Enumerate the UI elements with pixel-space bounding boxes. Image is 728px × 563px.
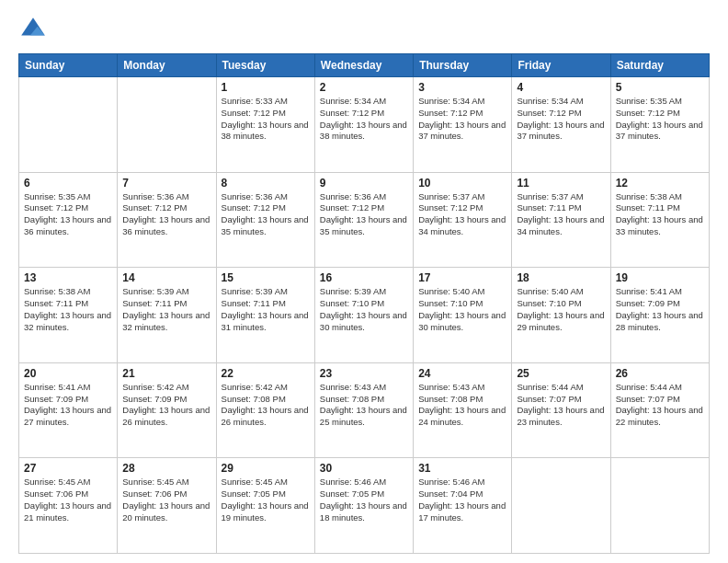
day-cell: 19Sunrise: 5:41 AM Sunset: 7:09 PM Dayli… (610, 268, 709, 363)
day-cell: 24Sunrise: 5:43 AM Sunset: 7:08 PM Dayli… (414, 362, 512, 458)
day-info: Sunrise: 5:34 AM Sunset: 7:12 PM Dayligh… (418, 96, 506, 143)
day-number: 15 (222, 271, 310, 284)
day-cell (610, 458, 709, 554)
day-number: 8 (222, 177, 310, 190)
weekday-header-thursday: Thursday (414, 54, 512, 77)
day-cell (512, 458, 610, 554)
day-number: 11 (517, 177, 605, 190)
day-cell: 22Sunrise: 5:42 AM Sunset: 7:08 PM Dayli… (216, 362, 314, 458)
day-cell: 8Sunrise: 5:36 AM Sunset: 7:12 PM Daylig… (216, 172, 314, 268)
day-cell: 13Sunrise: 5:38 AM Sunset: 7:11 PM Dayli… (19, 268, 118, 363)
day-info: Sunrise: 5:39 AM Sunset: 7:11 PM Dayligh… (122, 286, 210, 333)
day-info: Sunrise: 5:43 AM Sunset: 7:08 PM Dayligh… (320, 382, 408, 429)
day-number: 24 (418, 367, 506, 380)
day-info: Sunrise: 5:45 AM Sunset: 7:06 PM Dayligh… (122, 477, 210, 523)
day-info: Sunrise: 5:40 AM Sunset: 7:10 PM Dayligh… (418, 286, 506, 333)
header (18, 15, 710, 44)
page: SundayMondayTuesdayWednesdayThursdayFrid… (0, 0, 728, 563)
day-number: 28 (122, 462, 210, 475)
day-info: Sunrise: 5:44 AM Sunset: 7:07 PM Dayligh… (517, 382, 605, 429)
day-info: Sunrise: 5:41 AM Sunset: 7:09 PM Dayligh… (616, 286, 704, 333)
day-info: Sunrise: 5:35 AM Sunset: 7:12 PM Dayligh… (24, 191, 112, 238)
day-info: Sunrise: 5:38 AM Sunset: 7:11 PM Dayligh… (24, 286, 112, 333)
day-number: 14 (122, 271, 210, 284)
day-number: 23 (320, 367, 408, 380)
calendar-header: SundayMondayTuesdayWednesdayThursdayFrid… (19, 54, 710, 77)
day-info: Sunrise: 5:44 AM Sunset: 7:07 PM Dayligh… (616, 382, 704, 429)
calendar-body: 1Sunrise: 5:33 AM Sunset: 7:12 PM Daylig… (19, 77, 710, 554)
day-number: 19 (616, 271, 704, 284)
day-cell: 18Sunrise: 5:40 AM Sunset: 7:10 PM Dayli… (512, 268, 610, 363)
day-cell: 10Sunrise: 5:37 AM Sunset: 7:12 PM Dayli… (414, 172, 512, 268)
day-cell: 27Sunrise: 5:45 AM Sunset: 7:06 PM Dayli… (19, 458, 118, 554)
day-number: 25 (517, 367, 605, 380)
week-row-3: 20Sunrise: 5:41 AM Sunset: 7:09 PM Dayli… (19, 362, 710, 458)
calendar: SundayMondayTuesdayWednesdayThursdayFrid… (18, 53, 710, 554)
day-info: Sunrise: 5:36 AM Sunset: 7:12 PM Dayligh… (122, 191, 210, 238)
day-info: Sunrise: 5:39 AM Sunset: 7:10 PM Dayligh… (320, 286, 408, 333)
day-cell: 7Sunrise: 5:36 AM Sunset: 7:12 PM Daylig… (118, 172, 216, 268)
day-cell: 5Sunrise: 5:35 AM Sunset: 7:12 PM Daylig… (610, 77, 709, 173)
day-info: Sunrise: 5:34 AM Sunset: 7:12 PM Dayligh… (320, 96, 408, 143)
day-number: 18 (517, 271, 605, 284)
week-row-4: 27Sunrise: 5:45 AM Sunset: 7:06 PM Dayli… (19, 458, 710, 554)
day-info: Sunrise: 5:42 AM Sunset: 7:09 PM Dayligh… (122, 382, 210, 429)
day-cell: 28Sunrise: 5:45 AM Sunset: 7:06 PM Dayli… (118, 458, 216, 554)
day-number: 6 (24, 177, 112, 190)
day-number: 12 (616, 177, 704, 190)
day-cell (19, 77, 118, 173)
weekday-header-wednesday: Wednesday (314, 54, 413, 77)
day-number: 2 (320, 81, 408, 94)
day-number: 1 (222, 81, 310, 94)
day-info: Sunrise: 5:37 AM Sunset: 7:12 PM Dayligh… (418, 191, 506, 238)
day-cell: 3Sunrise: 5:34 AM Sunset: 7:12 PM Daylig… (414, 77, 512, 173)
day-number: 10 (418, 177, 506, 190)
day-info: Sunrise: 5:41 AM Sunset: 7:09 PM Dayligh… (24, 382, 112, 429)
day-number: 26 (616, 367, 704, 380)
day-cell: 16Sunrise: 5:39 AM Sunset: 7:10 PM Dayli… (314, 268, 413, 363)
day-cell: 23Sunrise: 5:43 AM Sunset: 7:08 PM Dayli… (314, 362, 413, 458)
day-info: Sunrise: 5:33 AM Sunset: 7:12 PM Dayligh… (222, 96, 310, 143)
day-number: 22 (222, 367, 310, 380)
day-info: Sunrise: 5:46 AM Sunset: 7:04 PM Dayligh… (418, 477, 506, 523)
day-cell: 12Sunrise: 5:38 AM Sunset: 7:11 PM Dayli… (610, 172, 709, 268)
day-info: Sunrise: 5:35 AM Sunset: 7:12 PM Dayligh… (616, 96, 704, 143)
day-number: 4 (517, 81, 605, 94)
weekday-header-sunday: Sunday (19, 54, 118, 77)
day-info: Sunrise: 5:34 AM Sunset: 7:12 PM Dayligh… (517, 96, 605, 143)
day-cell: 31Sunrise: 5:46 AM Sunset: 7:04 PM Dayli… (414, 458, 512, 554)
day-info: Sunrise: 5:38 AM Sunset: 7:11 PM Dayligh… (616, 191, 704, 238)
day-number: 27 (24, 462, 112, 475)
day-cell: 29Sunrise: 5:45 AM Sunset: 7:05 PM Dayli… (216, 458, 314, 554)
weekday-row: SundayMondayTuesdayWednesdayThursdayFrid… (19, 54, 710, 77)
weekday-header-tuesday: Tuesday (216, 54, 314, 77)
day-cell: 4Sunrise: 5:34 AM Sunset: 7:12 PM Daylig… (512, 77, 610, 173)
day-cell: 25Sunrise: 5:44 AM Sunset: 7:07 PM Dayli… (512, 362, 610, 458)
weekday-header-saturday: Saturday (610, 54, 709, 77)
weekday-header-monday: Monday (118, 54, 216, 77)
day-info: Sunrise: 5:36 AM Sunset: 7:12 PM Dayligh… (320, 191, 408, 238)
day-number: 5 (616, 81, 704, 94)
day-info: Sunrise: 5:42 AM Sunset: 7:08 PM Dayligh… (222, 382, 310, 429)
day-number: 9 (320, 177, 408, 190)
day-number: 29 (222, 462, 310, 475)
weekday-header-friday: Friday (512, 54, 610, 77)
day-number: 16 (320, 271, 408, 284)
day-info: Sunrise: 5:36 AM Sunset: 7:12 PM Dayligh… (222, 191, 310, 238)
day-cell: 1Sunrise: 5:33 AM Sunset: 7:12 PM Daylig… (216, 77, 314, 173)
day-info: Sunrise: 5:43 AM Sunset: 7:08 PM Dayligh… (418, 382, 506, 429)
day-cell: 9Sunrise: 5:36 AM Sunset: 7:12 PM Daylig… (314, 172, 413, 268)
day-cell: 2Sunrise: 5:34 AM Sunset: 7:12 PM Daylig… (314, 77, 413, 173)
week-row-1: 6Sunrise: 5:35 AM Sunset: 7:12 PM Daylig… (19, 172, 710, 268)
day-info: Sunrise: 5:45 AM Sunset: 7:05 PM Dayligh… (222, 477, 310, 523)
day-number: 7 (122, 177, 210, 190)
day-cell: 20Sunrise: 5:41 AM Sunset: 7:09 PM Dayli… (19, 362, 118, 458)
day-cell: 17Sunrise: 5:40 AM Sunset: 7:10 PM Dayli… (414, 268, 512, 363)
day-number: 21 (122, 367, 210, 380)
week-row-2: 13Sunrise: 5:38 AM Sunset: 7:11 PM Dayli… (19, 268, 710, 363)
day-cell (118, 77, 216, 173)
day-cell: 15Sunrise: 5:39 AM Sunset: 7:11 PM Dayli… (216, 268, 314, 363)
day-number: 3 (418, 81, 506, 94)
day-cell: 6Sunrise: 5:35 AM Sunset: 7:12 PM Daylig… (19, 172, 118, 268)
day-number: 30 (320, 462, 408, 475)
